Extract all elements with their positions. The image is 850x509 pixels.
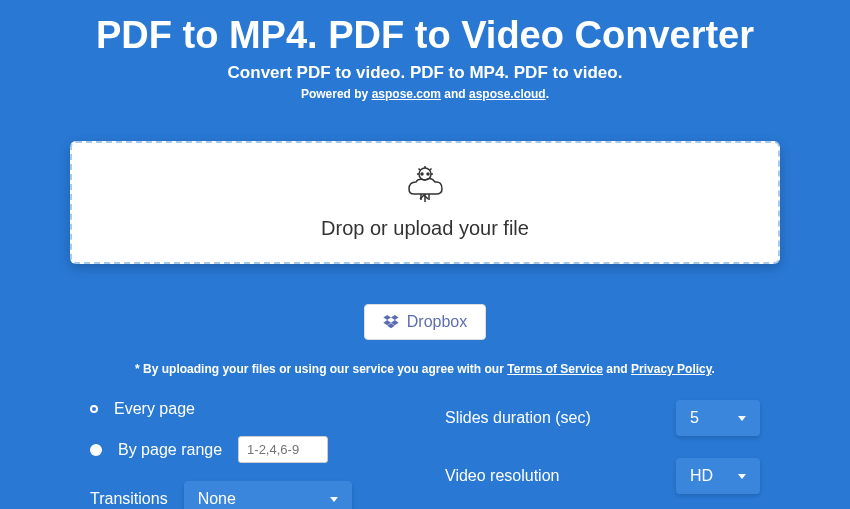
dropbox-label: Dropbox — [407, 313, 467, 331]
period: . — [546, 87, 549, 101]
dropzone-text: Drop or upload your file — [72, 217, 778, 240]
powered-prefix: Powered by — [301, 87, 372, 101]
video-resolution-value: HD — [690, 467, 713, 485]
upload-cloud-icon — [403, 165, 447, 209]
transitions-select[interactable]: None — [184, 481, 352, 509]
and-text: and — [441, 87, 469, 101]
video-resolution-label: Video resolution — [445, 467, 658, 485]
by-page-range-label: By page range — [118, 441, 222, 459]
powered-by-line: Powered by aspose.com and aspose.cloud. — [0, 87, 850, 101]
radio-every-page[interactable]: Every page — [90, 400, 405, 418]
dropbox-button[interactable]: Dropbox — [364, 304, 486, 340]
terms-prefix: * By uploading your files or using our s… — [135, 362, 507, 376]
slides-duration-select[interactable]: 5 — [676, 400, 760, 436]
slides-duration-value: 5 — [690, 409, 699, 427]
aspose-com-link[interactable]: aspose.com — [372, 87, 441, 101]
transitions-label: Transitions — [90, 490, 168, 508]
file-dropzone[interactable]: Drop or upload your file — [70, 141, 780, 264]
aspose-cloud-link[interactable]: aspose.cloud — [469, 87, 546, 101]
terms-of-service-link[interactable]: Terms of Service — [507, 362, 603, 376]
radio-by-page-range[interactable]: By page range — [90, 436, 405, 463]
slides-duration-label: Slides duration (sec) — [445, 409, 658, 427]
transitions-value: None — [198, 490, 236, 508]
page-range-input[interactable] — [238, 436, 328, 463]
privacy-policy-link[interactable]: Privacy Policy — [631, 362, 712, 376]
radio-checked-icon — [90, 444, 102, 456]
every-page-label: Every page — [114, 400, 195, 418]
radio-unchecked-icon — [90, 405, 98, 413]
svg-point-2 — [427, 173, 429, 175]
page-subtitle: Convert PDF to video. PDF to MP4. PDF to… — [0, 63, 850, 83]
terms-and: and — [603, 362, 631, 376]
terms-line: * By uploading your files or using our s… — [0, 362, 850, 376]
svg-point-1 — [421, 173, 423, 175]
video-resolution-select[interactable]: HD — [676, 458, 760, 494]
dropbox-icon — [383, 315, 399, 329]
terms-period: . — [712, 362, 715, 376]
caret-down-icon — [738, 416, 746, 421]
caret-down-icon — [330, 497, 338, 502]
page-title: PDF to MP4. PDF to Video Converter — [0, 0, 850, 57]
caret-down-icon — [738, 474, 746, 479]
